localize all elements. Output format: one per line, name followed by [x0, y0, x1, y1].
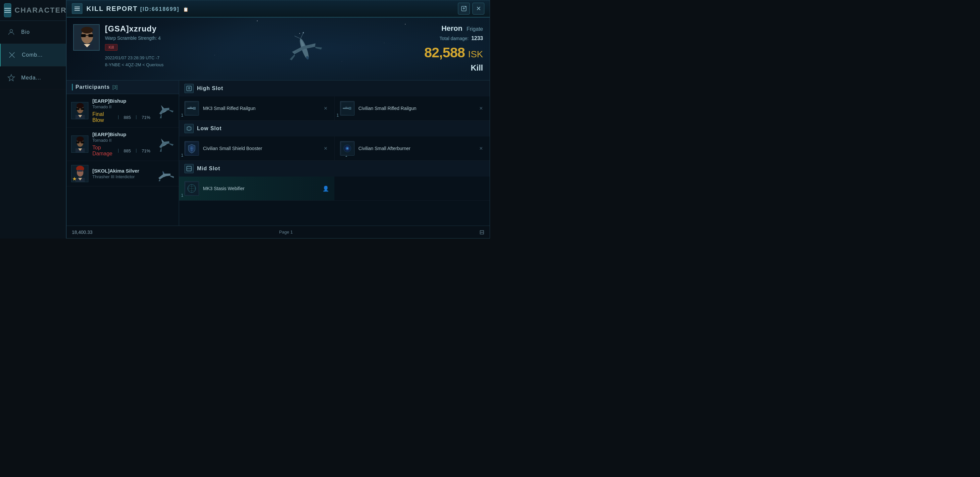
shield-booster-icon — [185, 141, 199, 156]
kill-datetime: 2022/01/07 23:28:39 UTC -7 — [105, 55, 164, 60]
sidebar-item-medals[interactable]: Meda... — [0, 67, 66, 89]
participant-name-1: [EARP]Bishup — [92, 98, 150, 104]
participant-ship-icon-2 — [154, 136, 174, 152]
svg-rect-37 — [78, 170, 83, 172]
export-button[interactable] — [458, 3, 470, 14]
fitting-item-info: MK3 Small Rifled Railgun — [203, 105, 318, 111]
kill-ship-image — [258, 18, 351, 80]
fitting-item[interactable]: 1 — [179, 136, 335, 160]
svg-rect-53 — [345, 107, 347, 108]
remove-item-button[interactable]: × — [323, 105, 329, 112]
high-slot-header: High Slot — [179, 80, 490, 96]
participants-header: Participants [3] — [67, 80, 179, 94]
participant-item[interactable]: [SKOL]Akima Silver Thrasher III Interdic… — [67, 161, 179, 187]
participant-name-2: [EARP]Bishup — [92, 131, 150, 137]
sidebar-header: CHARACTER — [0, 0, 66, 21]
sidebar-combat-label: Comb... — [22, 52, 43, 58]
svg-point-29 — [76, 136, 84, 142]
participants-count: [3] — [113, 85, 118, 90]
svg-rect-51 — [343, 108, 344, 108]
total-damage-label: Total damage: — [439, 36, 468, 41]
character-name: [GSA]xzrudy — [105, 24, 164, 34]
remove-item-button[interactable]: × — [478, 145, 484, 152]
fitting-item-name: Civilian Small Rifled Railgun — [359, 105, 474, 111]
kill-location: 8-YNBE < 4QZ-2M < Querious — [105, 62, 164, 67]
total-damage-row: Total damage: 1233 — [424, 35, 483, 41]
isk-value: 82,588 — [424, 45, 465, 61]
sidebar-nav: Bio Comb... Meda... — [0, 21, 66, 89]
participant-item[interactable]: [EARP]Bishup Tornado II Top Damage 885 7… — [67, 128, 179, 161]
kill-body: Participants [3] — [67, 80, 490, 226]
main-content: KILL REPORT [ID:6618699] 📋 ✕ — [66, 0, 490, 238]
mid-slot-header: Mid Slot — [179, 161, 490, 177]
kill-result-label: Kill — [424, 63, 483, 73]
kill-status-badge: Kill — [105, 44, 118, 51]
panel-header: KILL REPORT [ID:6618699] 📋 ✕ — [67, 0, 490, 18]
sidebar: CHARACTER Bio Comb... — [0, 0, 66, 238]
fitting-item-name: MK3 Small Rifled Railgun — [203, 105, 318, 111]
low-slot-items: 1 — [179, 136, 490, 160]
fitting-item-name: Civilian Small Shield Booster — [203, 145, 318, 152]
total-damage-value: 1233 — [471, 35, 483, 41]
remove-item-button[interactable]: × — [323, 145, 329, 152]
sidebar-bio-label: Bio — [21, 29, 30, 35]
sidebar-medals-label: Meda... — [21, 75, 41, 81]
mid-slot-items: 1 — [179, 177, 490, 200]
fitting-item-name: MK3 Stasis Webifier — [203, 185, 318, 191]
fitting-item-info: Civilian Small Afterburner — [359, 145, 474, 152]
final-blow-badge: Final Blow — [92, 111, 113, 123]
fitting-item[interactable]: 1 — [179, 96, 335, 120]
section-bar — [72, 84, 73, 91]
fitting-qty: 1 — [337, 113, 339, 118]
warp-scramble-stat: Warp Scramble Strength: 4 — [105, 35, 164, 41]
combat-icon — [6, 49, 18, 61]
svg-rect-24 — [81, 108, 84, 110]
svg-rect-47 — [190, 107, 192, 108]
fitting-item-highlighted[interactable]: 1 — [179, 177, 334, 200]
svg-point-0 — [10, 29, 13, 32]
participants-panel: Participants [3] — [67, 80, 179, 226]
ship-class: Frigate — [466, 26, 483, 32]
participant-stats-2: Top Damage 885 71% — [92, 145, 150, 157]
fitting-item-info: Civilian Small Rifled Railgun — [359, 105, 474, 111]
sidebar-item-bio[interactable]: Bio — [0, 21, 66, 44]
bio-icon — [5, 26, 17, 38]
participant-ship-icon-1 — [154, 102, 174, 119]
svg-line-16 — [295, 34, 301, 40]
high-slot-title: High Slot — [197, 85, 223, 91]
participant-item[interactable]: [EARP]Bishup Tornado II Final Blow 885 7… — [67, 94, 179, 128]
fitting-item-info: Civilian Small Shield Booster — [203, 145, 318, 152]
sidebar-item-combat[interactable]: Comb... — [0, 44, 66, 67]
civilian-railgun-icon — [340, 101, 355, 116]
participant-ship-2: Tornado II — [92, 138, 150, 143]
panel-actions: ✕ — [458, 3, 484, 14]
footer-page-label: Page 1 — [279, 230, 293, 235]
mid-slot-title: Mid Slot — [197, 166, 220, 172]
fitting-qty: 1 — [181, 153, 183, 158]
mk3-railgun-icon — [185, 101, 199, 116]
webifier-icon — [185, 181, 199, 196]
kill-stats: Heron Frigate Total damage: 1233 82,588 … — [424, 24, 483, 73]
footer-isk-value: 18,400.33 — [72, 230, 92, 235]
participant-info-2: [EARP]Bishup Tornado II Top Damage 885 7… — [92, 131, 150, 157]
panel-title: KILL REPORT [ID:6618699] 📋 — [86, 5, 454, 13]
fitting-item[interactable]: 1 — [335, 96, 490, 120]
copy-icon[interactable]: 📋 — [183, 7, 189, 12]
hamburger-button[interactable] — [4, 3, 11, 17]
close-button[interactable]: ✕ — [473, 3, 484, 14]
participant-name-3: [SKOL]Akima Silver — [92, 168, 150, 174]
svg-line-17 — [299, 32, 305, 38]
kill-report-panel: KILL REPORT [ID:6618699] 📋 ✕ — [66, 0, 490, 238]
participant-info-3: [SKOL]Akima Silver Thrasher III Interdic… — [92, 168, 150, 179]
high-slot-items: 1 — [179, 96, 490, 120]
participant-pct-1: 71% — [142, 115, 150, 120]
remove-item-button[interactable]: × — [478, 105, 484, 112]
participant-avatar-2 — [71, 136, 88, 153]
filter-button[interactable]: ⊟ — [479, 228, 484, 236]
svg-point-52 — [349, 107, 351, 109]
svg-rect-45 — [187, 108, 188, 108]
fitting-item[interactable]: 1 — [335, 136, 490, 160]
svg-point-61 — [347, 148, 348, 149]
afterburner-icon — [340, 141, 355, 156]
panel-menu-button[interactable] — [72, 3, 83, 14]
